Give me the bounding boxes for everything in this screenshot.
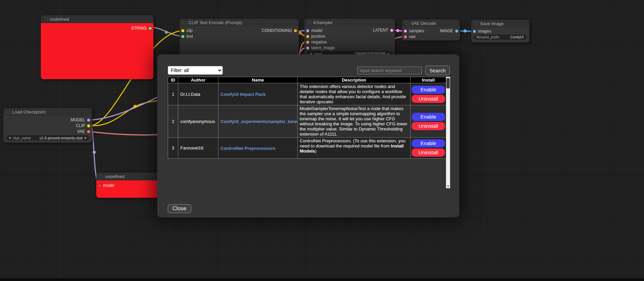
- node-body: clip text CONDITIONING: [180, 27, 299, 56]
- table-row: 1 Dr.Lt.Data ComfyUI Impact Pack This ex…: [168, 83, 446, 105]
- filename-prefix-widget[interactable]: filename_prefix ComfyUI: [474, 35, 527, 40]
- output-slot-clip: CLIP: [76, 123, 90, 128]
- node-header[interactable]: undefined: [41, 15, 153, 23]
- table-row: 3 Fannovel16 ControlNet Preprocessors Co…: [168, 138, 446, 159]
- slot-dot-text[interactable]: [181, 35, 184, 38]
- node-title: undefined: [105, 174, 125, 179]
- slot-dot-negative[interactable]: [306, 41, 309, 44]
- search-button[interactable]: Search: [425, 66, 450, 75]
- slot-dot-vae[interactable]: [404, 35, 407, 38]
- table-header-row: ID Author Name Description Install: [168, 77, 446, 83]
- slot-dot-positive[interactable]: [306, 35, 309, 38]
- node-load-checkpoint[interactable]: Load Checkpoint MODEL CLIP VAE ◀ ckpt_na…: [3, 108, 92, 143]
- slot-dot-conditioning[interactable]: [294, 29, 297, 32]
- slot-dot-latent[interactable]: [390, 29, 393, 32]
- node-body: images filename_prefix ComfyUI: [471, 28, 529, 42]
- table-scrollbar[interactable]: ▼: [446, 77, 450, 188]
- node-clip-text-encode[interactable]: CLIP Text Encode (Prompt) clip text COND…: [180, 19, 299, 56]
- node-ksampler[interactable]: KSampler model positive negative latent_…: [304, 19, 395, 57]
- collapse-dot-icon[interactable]: [44, 18, 47, 21]
- input-slot-positive: positive: [306, 34, 325, 39]
- row-description: ModelSamplerTonemapNoiseTest a node that…: [298, 105, 411, 138]
- enable-button[interactable]: Enable: [412, 86, 445, 94]
- arrow-right-icon[interactable]: ▶: [85, 135, 87, 140]
- input-slot-clip: clip: [181, 28, 193, 33]
- extension-link[interactable]: ComfyUI Impact Pack: [220, 92, 266, 97]
- widget-value: v1-5-pruned-emaonly.ckpt: [39, 136, 83, 140]
- collapse-dot-icon[interactable]: [100, 175, 103, 178]
- node-vae-decode[interactable]: VAE Decode samples vae IMAGE: [402, 19, 460, 40]
- slot-dot-vae[interactable]: [87, 130, 90, 133]
- slot-dot-string[interactable]: [149, 27, 152, 30]
- enable-button[interactable]: Enable: [412, 139, 445, 147]
- collapse-dot-icon[interactable]: [406, 22, 409, 25]
- uninstall-button[interactable]: Uninstall: [412, 148, 445, 157]
- col-header-id: ID: [168, 77, 178, 83]
- node-title: KSampler: [313, 20, 333, 25]
- extension-link[interactable]: ComfyUI_experiments/sampler_tonemap: [220, 119, 298, 124]
- node-body: MODEL CLIP VAE ◀ ckpt_name v1-5-pruned-e…: [3, 116, 92, 143]
- uninstall-button[interactable]: Uninstall: [412, 122, 445, 130]
- node-header[interactable]: KSampler: [304, 19, 395, 27]
- ckpt-name-widget[interactable]: ◀ ckpt_name v1-5-pruned-emaonly.ckpt ▶: [6, 135, 89, 140]
- collapse-dot-icon[interactable]: [475, 22, 478, 25]
- input-slot-latent-image: latent_image: [306, 46, 335, 50]
- widget-value: ComfyUI: [510, 35, 524, 39]
- collapse-dot-icon[interactable]: [183, 21, 186, 24]
- slot-label: samples: [409, 29, 424, 33]
- col-header-author: Author: [178, 77, 218, 83]
- slot-dot-latent-image[interactable]: [306, 47, 309, 50]
- scroll-down-arrow-icon[interactable]: ▼: [446, 185, 450, 188]
- slot-dot-clip[interactable]: [87, 124, 90, 127]
- extension-link[interactable]: ControlNet Preprocessors: [220, 146, 276, 151]
- node-title: Save Image: [480, 21, 503, 26]
- slot-label: VAE: [77, 129, 85, 134]
- collapse-dot-icon[interactable]: [308, 21, 311, 24]
- scrollbar-thumb[interactable]: [446, 78, 450, 89]
- node-body: STRING: [41, 23, 153, 79]
- row-id: 1: [168, 83, 178, 105]
- output-slot-vae: VAE: [77, 129, 90, 134]
- slot-dot-images[interactable]: [473, 30, 476, 33]
- slot-label: negative: [311, 40, 327, 45]
- row-install-cell: Enable Uninstall: [411, 83, 446, 105]
- arrow-left-icon[interactable]: ◀: [9, 135, 11, 140]
- node-header[interactable]: Save Image: [471, 20, 529, 28]
- node-header[interactable]: Load Checkpoint: [3, 108, 92, 116]
- input-slot-samples: samples: [404, 29, 424, 33]
- slot-label: latent_image: [311, 46, 335, 50]
- filter-select[interactable]: Filter: all: [168, 66, 223, 75]
- node-save-image[interactable]: Save Image images filename_prefix ComfyU…: [471, 20, 529, 42]
- extension-table-area: ID Author Name Description Install 1 Dr.…: [168, 77, 450, 188]
- slot-dot-samples[interactable]: [404, 30, 407, 33]
- slot-dot-clip[interactable]: [181, 29, 184, 32]
- slot-dot-model[interactable]: [306, 29, 309, 32]
- slot-label: CONDITIONING: [262, 28, 292, 33]
- slot-label: STRING: [131, 26, 147, 31]
- row-author: Dr.Lt.Data: [178, 83, 218, 105]
- node-header[interactable]: VAE Decode: [402, 19, 460, 27]
- row-id: 2: [168, 105, 178, 138]
- node-undefined-top[interactable]: undefined STRING: [41, 15, 153, 79]
- slot-dot-image[interactable]: [455, 30, 458, 33]
- close-button[interactable]: Close: [168, 204, 191, 213]
- row-author: Fannovel16: [178, 138, 218, 159]
- node-title: CLIP Text Encode (Prompt): [188, 20, 242, 25]
- node-header[interactable]: CLIP Text Encode (Prompt): [180, 19, 299, 27]
- slot-dot-model[interactable]: [87, 119, 90, 122]
- output-slot-image: IMAGE: [440, 29, 458, 33]
- input-slot-text: text: [181, 34, 193, 39]
- collapse-dot-icon[interactable]: [7, 110, 10, 113]
- slot-label: images: [478, 29, 491, 34]
- slot-dot-model[interactable]: [98, 184, 101, 187]
- node-title: Load Checkpoint: [12, 109, 46, 115]
- row-description: This extension offers various detector n…: [298, 83, 411, 105]
- enable-button[interactable]: Enable: [412, 113, 445, 121]
- slot-label: model: [311, 28, 323, 33]
- comfyui-canvas[interactable]: undefined STRING CLIP Text Encode (Promp…: [0, 0, 644, 281]
- input-slot-vae: vae: [404, 34, 415, 39]
- input-slot-negative: negative: [306, 40, 327, 45]
- uninstall-button[interactable]: Uninstall: [412, 95, 445, 103]
- search-input[interactable]: [357, 67, 422, 74]
- output-slot-conditioning: CONDITIONING: [262, 28, 297, 33]
